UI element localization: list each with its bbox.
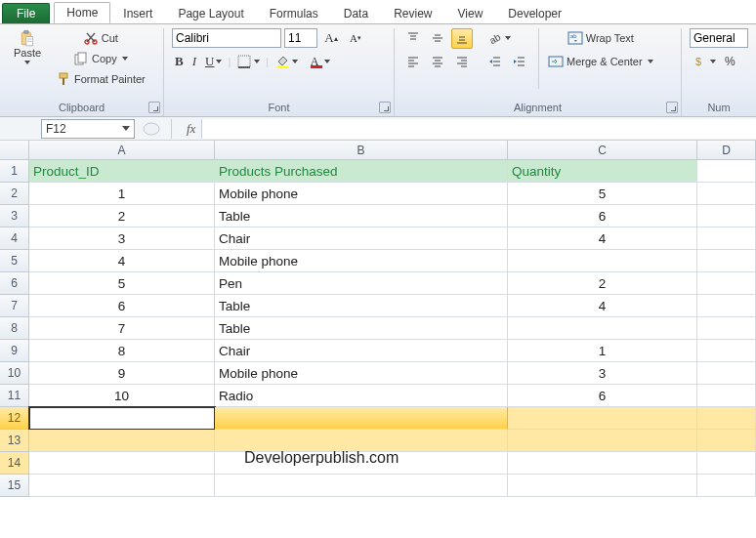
cell[interactable]: Product_ID — [29, 160, 215, 183]
cell[interactable]: 8 — [29, 340, 215, 362]
cell[interactable] — [29, 475, 215, 497]
cell[interactable]: 1 — [508, 340, 697, 362]
row-header[interactable]: 13 — [0, 430, 29, 452]
font-size-select[interactable] — [284, 28, 317, 48]
cell[interactable]: Pen — [215, 272, 508, 295]
cell[interactable] — [508, 475, 697, 497]
select-all-corner[interactable] — [0, 141, 29, 160]
row-header[interactable]: 15 — [0, 475, 29, 497]
paste-button[interactable]: Paste — [6, 28, 49, 99]
cell[interactable]: 4 — [29, 250, 215, 272]
cell[interactable]: 2 — [508, 272, 697, 295]
shrink-font-button[interactable]: A▾ — [345, 28, 366, 48]
row-header[interactable]: 9 — [0, 340, 29, 362]
cell[interactable] — [697, 452, 756, 475]
align-left-button[interactable] — [402, 52, 424, 71]
cut-button[interactable]: Cut — [53, 28, 148, 48]
tab-home[interactable]: Home — [54, 2, 110, 23]
col-header-C[interactable]: C — [508, 141, 697, 160]
cell[interactable] — [508, 407, 697, 430]
cell[interactable] — [697, 340, 756, 362]
fx-icon[interactable]: fx — [181, 121, 201, 137]
cell[interactable]: Chair — [215, 340, 508, 362]
col-header-A[interactable]: A — [29, 141, 215, 160]
cell[interactable]: 4 — [508, 228, 697, 250]
cell[interactable] — [697, 228, 756, 250]
col-header-D[interactable]: D — [697, 141, 756, 160]
cell[interactable] — [508, 250, 697, 272]
tab-page-layout[interactable]: Page Layout — [165, 3, 256, 23]
cell[interactable]: 1 — [29, 183, 215, 205]
cell[interactable]: Chair — [215, 228, 508, 250]
cell[interactable] — [215, 475, 508, 497]
merge-center-button[interactable]: Merge & Center — [545, 52, 656, 71]
cell[interactable]: Products Purchased — [215, 160, 508, 183]
cell[interactable] — [215, 407, 508, 430]
tab-insert[interactable]: Insert — [110, 3, 165, 23]
cell[interactable] — [697, 385, 756, 407]
formula-input[interactable] — [201, 119, 756, 139]
row-header[interactable]: 4 — [0, 228, 29, 250]
grow-font-button[interactable]: A▴ — [320, 28, 342, 48]
cell[interactable]: Radio — [215, 385, 508, 407]
borders-button[interactable] — [233, 52, 263, 71]
cell[interactable]: Table — [215, 295, 508, 317]
row-header[interactable]: 8 — [0, 317, 29, 340]
tab-review[interactable]: Review — [381, 3, 444, 23]
orientation-button[interactable]: ab — [484, 28, 514, 48]
cell[interactable] — [697, 183, 756, 205]
dialog-launcher-icon[interactable] — [148, 102, 160, 113]
percent-button[interactable]: % — [722, 53, 738, 70]
increase-indent-button[interactable] — [509, 52, 530, 71]
format-painter-button[interactable]: Format Painter — [53, 69, 148, 89]
cell[interactable]: 3 — [29, 228, 215, 250]
tab-view[interactable]: View — [445, 3, 496, 23]
decrease-indent-button[interactable] — [484, 52, 506, 71]
cell[interactable] — [697, 160, 756, 183]
cell[interactable]: 6 — [29, 295, 215, 317]
row-header[interactable]: 14 — [0, 452, 29, 475]
fill-color-button[interactable] — [272, 52, 301, 71]
cell[interactable] — [697, 317, 756, 340]
cell[interactable] — [697, 430, 756, 452]
italic-button[interactable]: I — [189, 52, 199, 71]
cell[interactable] — [29, 407, 215, 430]
wrap-text-button[interactable]: ab Wrap Text — [545, 28, 656, 48]
cell[interactable]: 6 — [508, 385, 697, 407]
row-header[interactable]: 10 — [0, 362, 29, 385]
cell[interactable]: Table — [215, 205, 508, 228]
accounting-format-button[interactable]: $ — [690, 52, 719, 71]
name-box[interactable]: F12 — [41, 119, 135, 139]
row-header[interactable]: 1 — [0, 160, 29, 183]
align-bottom-button[interactable] — [451, 28, 473, 49]
cell[interactable] — [508, 430, 697, 452]
cell[interactable]: 3 — [508, 362, 697, 385]
dialog-launcher-icon[interactable] — [666, 102, 678, 113]
cell[interactable] — [29, 452, 215, 475]
align-top-button[interactable] — [402, 28, 424, 48]
row-header[interactable]: 12 — [0, 407, 29, 430]
row-header[interactable]: 5 — [0, 250, 29, 272]
align-center-button[interactable] — [427, 52, 448, 71]
cell[interactable]: Mobile phone — [215, 362, 508, 385]
row-header[interactable]: 6 — [0, 272, 29, 295]
row-header[interactable]: 11 — [0, 385, 29, 407]
col-header-B[interactable]: B — [215, 141, 508, 160]
cell[interactable] — [697, 250, 756, 272]
cell[interactable] — [29, 430, 215, 452]
cell[interactable]: Quantity — [508, 160, 697, 183]
row-header[interactable]: 7 — [0, 295, 29, 317]
font-color-button[interactable]: A — [304, 52, 333, 71]
cell[interactable]: 6 — [508, 205, 697, 228]
worksheet-grid[interactable]: A B C D 1 Product_ID Products Purchased … — [0, 141, 756, 497]
cell[interactable] — [508, 317, 697, 340]
number-format-select[interactable] — [690, 28, 748, 48]
row-header[interactable]: 2 — [0, 183, 29, 205]
font-name-select[interactable] — [172, 28, 281, 48]
cell[interactable] — [697, 272, 756, 295]
cell[interactable] — [697, 407, 756, 430]
dialog-launcher-icon[interactable] — [379, 102, 391, 113]
cell[interactable] — [697, 295, 756, 317]
cell[interactable] — [697, 475, 756, 497]
cell[interactable]: Table — [215, 317, 508, 340]
